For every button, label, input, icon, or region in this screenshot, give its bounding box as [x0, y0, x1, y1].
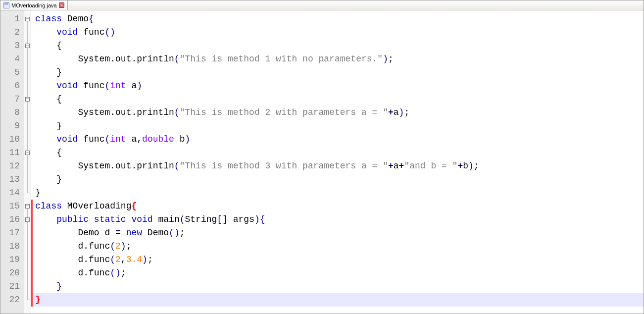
line-gutter: 12345678910111213141516171819202122	[0, 10, 24, 314]
fold-toggle[interactable]: −	[25, 17, 30, 21]
line-number: 16	[0, 213, 24, 226]
line-number: 15	[0, 200, 24, 213]
line-number: 17	[0, 226, 24, 240]
code-line[interactable]: }	[32, 280, 644, 293]
line-number: 10	[0, 133, 24, 146]
code-line[interactable]: Demo d = new Demo();	[32, 226, 644, 240]
fold-row	[24, 240, 31, 253]
line-number: 2	[0, 26, 24, 39]
fold-row	[24, 293, 31, 307]
line-number: 7	[0, 93, 24, 106]
code-area[interactable]: class Demo{ void func() { System.out.pri…	[31, 10, 644, 314]
line-number: 20	[0, 266, 24, 280]
fold-row: −	[24, 200, 31, 213]
tab-bar: MOverloading.java ×	[0, 0, 644, 10]
fold-row	[24, 253, 31, 266]
code-line[interactable]: }	[32, 66, 644, 79]
file-tab[interactable]: MOverloading.java ×	[0, 0, 68, 10]
code-line[interactable]: void func()	[32, 26, 644, 39]
line-number: 21	[0, 280, 24, 293]
fold-toggle[interactable]: −	[25, 217, 30, 222]
line-number: 18	[0, 240, 24, 253]
code-line[interactable]: class Demo{	[32, 12, 644, 26]
line-number: 9	[0, 119, 24, 133]
fold-row	[24, 79, 31, 93]
fold-toggle[interactable]: −	[25, 204, 30, 209]
line-number: 12	[0, 159, 24, 173]
code-line[interactable]: void func(int a)	[32, 79, 644, 93]
code-line[interactable]: System.out.println("This is method 2 wit…	[32, 106, 644, 119]
fold-row	[24, 52, 31, 66]
code-line[interactable]: System.out.println("This is method 1 wit…	[32, 52, 644, 66]
fold-column: −−−−−−	[24, 10, 31, 314]
code-line[interactable]: d.func();	[32, 266, 644, 280]
line-number: 11	[0, 146, 24, 159]
line-number: 19	[0, 253, 24, 266]
line-number: 4	[0, 52, 24, 66]
fold-row: −	[24, 213, 31, 226]
fold-row	[24, 133, 31, 146]
tab-filename: MOverloading.java	[11, 2, 57, 8]
fold-toggle[interactable]: −	[25, 97, 30, 102]
fold-row: −	[24, 93, 31, 106]
line-number: 3	[0, 39, 24, 52]
fold-row: −	[24, 39, 31, 52]
fold-toggle[interactable]: −	[25, 44, 30, 48]
fold-toggle[interactable]: −	[25, 151, 30, 155]
file-icon	[3, 2, 9, 8]
line-number: 6	[0, 79, 24, 93]
code-line[interactable]: }	[32, 173, 644, 186]
code-line[interactable]: {	[32, 146, 644, 159]
code-line[interactable]: public static void main(String[] args){	[32, 213, 644, 226]
code-line[interactable]: d.func(2,3.4);	[32, 253, 644, 266]
code-line[interactable]: d.func(2);	[32, 240, 644, 253]
line-number: 13	[0, 173, 24, 186]
line-number: 14	[0, 186, 24, 200]
code-line[interactable]: }	[32, 119, 644, 133]
fold-row: −	[24, 12, 31, 26]
fold-row	[24, 66, 31, 79]
code-line[interactable]: {	[32, 39, 644, 52]
line-number: 8	[0, 106, 24, 119]
fold-row	[24, 173, 31, 186]
fold-row	[24, 119, 31, 133]
code-line[interactable]: class MOverloading{	[32, 200, 644, 213]
close-icon[interactable]: ×	[59, 2, 64, 8]
code-line[interactable]: }	[32, 186, 644, 200]
fold-row	[24, 186, 31, 200]
fold-row	[24, 106, 31, 119]
fold-row	[24, 266, 31, 280]
code-line[interactable]: System.out.println("This is method 3 wit…	[32, 159, 644, 173]
line-number: 1	[0, 12, 24, 26]
editor: 12345678910111213141516171819202122 −−−−…	[0, 10, 644, 314]
fold-row: −	[24, 146, 31, 159]
fold-row	[24, 26, 31, 39]
fold-row	[24, 159, 31, 173]
modified-marker	[31, 200, 33, 307]
code-line[interactable]: }	[32, 293, 644, 307]
code-line[interactable]: {	[32, 93, 644, 106]
fold-row	[24, 226, 31, 240]
fold-row	[24, 280, 31, 293]
line-number: 22	[0, 293, 24, 307]
line-number: 5	[0, 66, 24, 79]
code-line[interactable]: void func(int a,double b)	[32, 133, 644, 146]
